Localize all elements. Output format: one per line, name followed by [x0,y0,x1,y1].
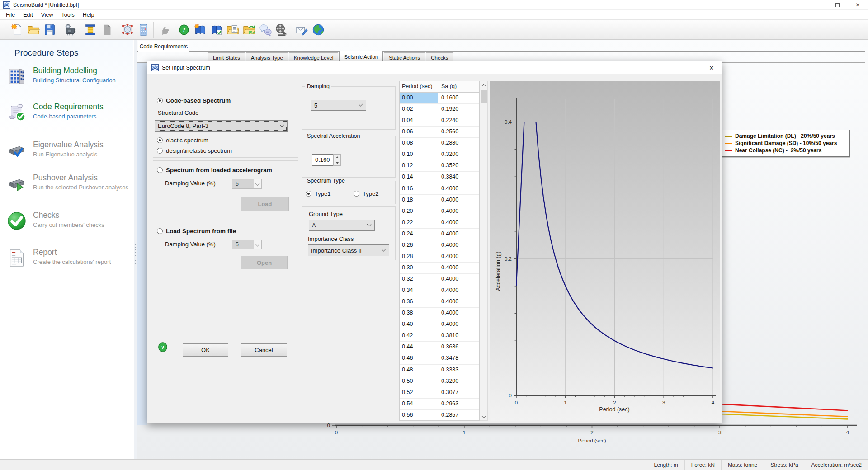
sidebar-item-pushover-analysis[interactable]: Pushover AnalysisRun the selected Pushov… [6,173,129,194]
table-row[interactable]: 0.280.4000 [400,251,479,263]
cancel-button[interactable]: Cancel [241,343,287,357]
sa-cell[interactable]: 0.3840 [438,172,479,183]
sa-cell[interactable]: 0.4000 [438,296,479,307]
sidebar-item-code-requirements[interactable]: Code RequirementsCode-based parameters [6,102,129,123]
period-cell[interactable]: 0.04 [400,115,438,126]
tab-code-requirements[interactable]: Code Requirements [138,41,189,52]
dialog-title-bar[interactable]: Set Input Spectrum ✕ [147,61,722,74]
table-scrollbar[interactable] [480,81,488,421]
close-button[interactable]: ✕ [848,0,868,10]
table-row[interactable]: 0.260.4000 [400,240,479,251]
importance-class-select[interactable]: Importance Class II [308,244,389,256]
table-row[interactable]: 0.020.1920 [400,104,479,115]
period-cell[interactable]: 0.18 [400,195,438,206]
table-row[interactable]: 0.300.4000 [400,263,479,274]
period-cell[interactable]: 0.12 [400,160,438,171]
sa-cell[interactable]: 0.4000 [438,319,479,330]
book-new-icon[interactable] [192,21,208,38]
period-cell[interactable]: 0.08 [400,138,438,149]
period-cell[interactable]: 0.38 [400,308,438,319]
structural-code-select[interactable]: EuroCode 8, Part-3 [155,120,288,132]
spin-up-button[interactable] [333,154,341,160]
dialog-close-button[interactable]: ✕ [705,63,718,72]
sa-cell[interactable]: 0.4000 [438,308,479,319]
sa-cell[interactable]: 0.3333 [438,365,479,376]
table-row[interactable]: 0.400.4000 [400,319,479,330]
table-row[interactable]: 0.340.4000 [400,285,479,296]
period-cell[interactable]: 0.42 [400,330,438,341]
spectrum-from-accelerogram-radio[interactable]: Spectrum from loaded accelerogram [157,167,272,174]
calculator-icon[interactable] [135,21,151,38]
help-icon[interactable]: ? [176,21,192,38]
sa-cell[interactable]: 0.2880 [438,138,479,149]
sidebar-item-eigenvalue-analysis[interactable]: Eigenvalue AnalysisRun Eigenvalue analys… [6,140,129,161]
sa-cell[interactable]: 0.4000 [438,206,479,217]
table-row[interactable]: 0.080.2880 [400,138,479,149]
folder-report-icon[interactable] [225,21,241,38]
sa-cell[interactable]: 0.4000 [438,195,479,206]
spectral-acceleration-stepper[interactable]: 0.160 [312,154,341,166]
sa-cell[interactable]: 0.4000 [438,217,479,228]
table-row[interactable]: 0.140.3840 [400,172,479,183]
elastic-spectrum-radio[interactable]: elastic spectrum [157,137,208,144]
sa-cell[interactable]: 0.3636 [438,342,479,352]
table-row[interactable]: 0.060.2560 [400,127,479,138]
scrollbar-thumb[interactable] [481,90,487,103]
menu-item-edit[interactable]: Edit [19,11,37,19]
globe-icon[interactable] [310,21,326,38]
period-cell[interactable]: 0.46 [400,353,438,364]
table-row[interactable]: 0.120.3520 [400,160,479,172]
mail-edit-icon[interactable] [294,21,310,38]
maximize-button[interactable] [827,0,848,10]
sa-cell[interactable]: 0.2560 [438,127,479,137]
folder-refresh-icon[interactable] [241,21,257,38]
table-row[interactable]: 0.420.3810 [400,330,479,342]
table-row[interactable]: 0.540.2963 [400,399,479,410]
load-spectrum-file-radio[interactable]: Load Spectrum from file [157,228,236,235]
sa-cell[interactable]: 0.2857 [438,410,479,420]
sidebar-item-report[interactable]: ReportCreate the calculations' report [6,248,129,268]
table-row[interactable]: 0.220.4000 [400,217,479,229]
processor-settings-icon[interactable] [62,21,78,38]
ground-type-select[interactable]: A [309,220,375,231]
period-cell[interactable]: 0.56 [400,410,438,420]
sidebar-splitter[interactable] [134,40,137,459]
period-cell[interactable]: 0.16 [400,183,438,194]
sa-cell[interactable]: 0.1600 [438,93,479,103]
table-row[interactable]: 0.320.4000 [400,274,479,285]
open-folder-icon[interactable] [25,21,42,38]
table-row[interactable]: 0.480.3333 [400,365,479,376]
period-cell[interactable]: 0.00 [400,93,438,103]
sa-cell[interactable]: 0.3478 [438,353,479,364]
menu-item-view[interactable]: View [37,11,57,19]
menu-item-help[interactable]: Help [79,11,99,19]
period-cell[interactable]: 0.28 [400,251,438,262]
sa-cell[interactable]: 0.4000 [438,263,479,273]
table-row[interactable]: 0.440.3636 [400,342,479,353]
chat-bubbles-icon[interactable] [257,21,274,38]
table-row[interactable]: 0.180.4000 [400,195,479,206]
period-cell[interactable]: 0.20 [400,206,438,217]
table-row[interactable]: 0.240.4000 [400,229,479,240]
period-cell[interactable]: 0.32 [400,274,438,285]
table-row[interactable]: 0.520.3077 [400,387,479,399]
sa-cell[interactable]: 0.4000 [438,240,479,251]
section-frame-icon[interactable] [82,21,99,38]
sa-cell[interactable]: 0.2963 [438,399,479,409]
menu-item-tools[interactable]: Tools [57,11,79,19]
period-cell[interactable]: 0.50 [400,376,438,387]
type1-radio[interactable]: Type1 [306,190,330,197]
sa-cell[interactable]: 0.1920 [438,104,479,115]
damping-select[interactable]: 5 [311,100,366,111]
sa-cell[interactable]: 0.4000 [438,274,479,285]
period-cell[interactable]: 0.26 [400,240,438,251]
period-cell[interactable]: 0.52 [400,387,438,398]
ok-button[interactable]: OK [183,343,228,357]
minimize-button[interactable] [807,0,827,10]
model-3d-icon[interactable] [119,21,135,38]
table-row[interactable]: 0.500.3200 [400,376,479,387]
sa-cell[interactable]: 0.4000 [438,229,479,240]
save-icon[interactable] [42,21,58,38]
period-cell[interactable]: 0.34 [400,285,438,296]
table-row[interactable]: 0.560.2857 [400,410,479,420]
